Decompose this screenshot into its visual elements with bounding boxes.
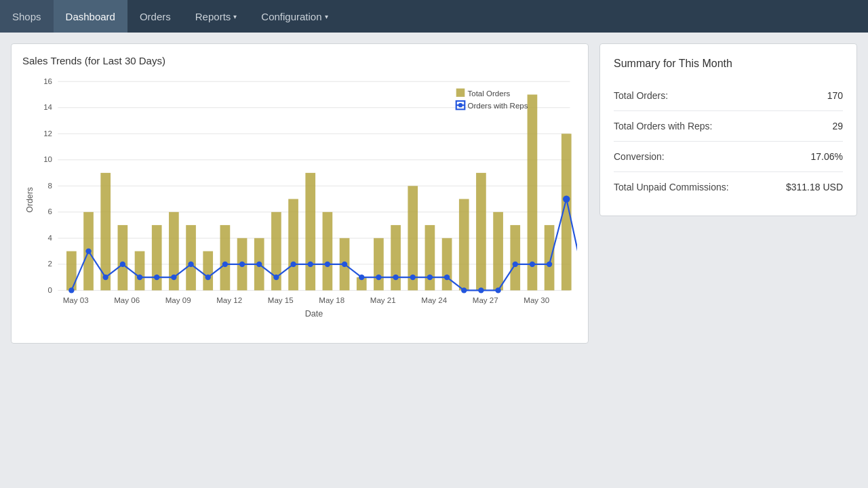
svg-point-74: [495, 287, 500, 293]
svg-rect-28: [220, 225, 231, 290]
svg-rect-42: [459, 199, 469, 291]
svg-text:May 24: May 24: [421, 296, 447, 304]
svg-rect-44: [493, 212, 503, 291]
svg-point-55: [171, 274, 176, 280]
svg-point-53: [137, 274, 142, 280]
chart-card: Sales Trends (for Last 30 Days) 0 2 4: [11, 43, 589, 344]
svg-point-50: [85, 249, 91, 254]
svg-point-71: [444, 274, 450, 280]
svg-rect-43: [476, 173, 486, 290]
chart-svg: 0 2 4 6 8 10 12 14 16 Orders: [22, 75, 577, 332]
svg-text:2: 2: [48, 260, 52, 268]
svg-text:Total Orders: Total Orders: [467, 89, 510, 98]
svg-point-57: [205, 274, 211, 280]
svg-text:May 09: May 09: [165, 296, 191, 304]
nav-configuration[interactable]: Configuration ▾: [249, 0, 340, 33]
svg-rect-90: [456, 89, 465, 97]
main-content: Sales Trends (for Last 30 Days) 0 2 4: [0, 33, 868, 354]
svg-point-69: [410, 274, 416, 280]
nav-dashboard[interactable]: Dashboard: [54, 0, 127, 33]
svg-point-59: [239, 262, 245, 267]
chart-title: Sales Trends (for Last 30 Days): [22, 55, 577, 66]
navbar: Shops Dashboard Orders Reports ▾ Configu…: [0, 0, 868, 33]
svg-point-75: [513, 262, 518, 267]
svg-text:4: 4: [48, 235, 53, 243]
svg-point-58: [222, 262, 228, 267]
summary-label-unpaid-commissions: Total Unpaid Commissions:: [614, 182, 729, 192]
summary-row-total-orders: Total Orders: 170: [614, 81, 843, 111]
svg-point-64: [325, 262, 330, 267]
summary-row-unpaid-commissions: Total Unpaid Commissions: $311.18 USD: [614, 172, 843, 202]
svg-point-76: [530, 262, 535, 267]
svg-point-67: [376, 274, 381, 280]
svg-point-63: [308, 262, 313, 267]
svg-point-62: [290, 262, 296, 267]
svg-text:16: 16: [43, 77, 52, 85]
summary-row-orders-with-reps: Total Orders with Reps: 29: [614, 111, 843, 142]
svg-rect-26: [186, 225, 196, 290]
svg-point-51: [103, 274, 108, 280]
summary-label-orders-with-reps: Total Orders with Reps:: [614, 121, 713, 131]
svg-rect-46: [528, 95, 538, 291]
summary-value-unpaid-commissions: $311.18 USD: [786, 182, 843, 192]
svg-rect-40: [425, 225, 435, 290]
nav-reports[interactable]: Reports ▾: [183, 0, 250, 33]
reports-arrow-icon: ▾: [233, 13, 237, 20]
nav-orders[interactable]: Orders: [127, 0, 183, 33]
svg-rect-37: [374, 238, 384, 290]
svg-rect-32: [288, 199, 298, 291]
svg-text:May 30: May 30: [524, 296, 549, 304]
svg-text:6: 6: [48, 208, 52, 216]
svg-text:May 27: May 27: [473, 296, 498, 304]
svg-rect-23: [135, 251, 145, 291]
svg-point-56: [188, 262, 193, 267]
svg-rect-19: [66, 251, 77, 291]
svg-rect-22: [118, 225, 128, 290]
svg-point-68: [393, 274, 398, 280]
svg-text:May 03: May 03: [63, 296, 89, 304]
svg-text:Date: Date: [305, 310, 323, 319]
svg-rect-38: [391, 225, 401, 290]
svg-rect-24: [152, 225, 162, 290]
svg-text:May 21: May 21: [370, 296, 396, 304]
summary-card: Summary for This Month Total Orders: 170…: [599, 43, 857, 216]
svg-point-66: [359, 274, 364, 280]
summary-value-orders-with-reps: 29: [832, 121, 843, 131]
svg-point-61: [273, 274, 279, 280]
svg-text:May 18: May 18: [319, 296, 344, 304]
svg-point-78: [563, 195, 570, 202]
svg-rect-41: [442, 238, 452, 290]
svg-point-65: [342, 262, 347, 267]
configuration-arrow-icon: ▾: [325, 13, 328, 20]
svg-text:Orders: Orders: [25, 187, 35, 213]
nav-shops[interactable]: Shops: [0, 0, 54, 33]
summary-label-total-orders: Total Orders:: [614, 90, 668, 101]
svg-point-52: [120, 262, 125, 267]
svg-point-72: [461, 287, 467, 293]
svg-point-60: [256, 262, 262, 267]
summary-row-conversion: Conversion: 17.06%: [614, 142, 843, 172]
chart-area: 0 2 4 6 8 10 12 14 16 Orders: [22, 75, 577, 332]
svg-rect-34: [323, 212, 333, 291]
svg-text:10: 10: [43, 156, 52, 164]
svg-rect-33: [305, 173, 315, 290]
svg-text:0: 0: [48, 287, 52, 295]
svg-point-77: [547, 262, 552, 267]
svg-rect-45: [510, 225, 520, 290]
svg-rect-47: [545, 225, 555, 290]
svg-point-49: [68, 287, 74, 293]
svg-point-73: [478, 287, 484, 293]
summary-title: Summary for This Month: [614, 58, 843, 70]
svg-point-54: [154, 274, 159, 280]
summary-label-conversion: Conversion:: [614, 151, 665, 162]
svg-text:May 12: May 12: [216, 296, 242, 304]
summary-value-conversion: 17.06%: [811, 151, 843, 162]
svg-text:May 15: May 15: [268, 296, 294, 304]
svg-text:8: 8: [48, 182, 52, 190]
svg-point-94: [458, 103, 462, 107]
svg-text:12: 12: [43, 130, 52, 138]
svg-text:14: 14: [43, 103, 52, 111]
svg-point-70: [427, 274, 433, 280]
svg-text:Orders with Reps: Orders with Reps: [467, 102, 528, 110]
summary-value-total-orders: 170: [827, 90, 843, 101]
